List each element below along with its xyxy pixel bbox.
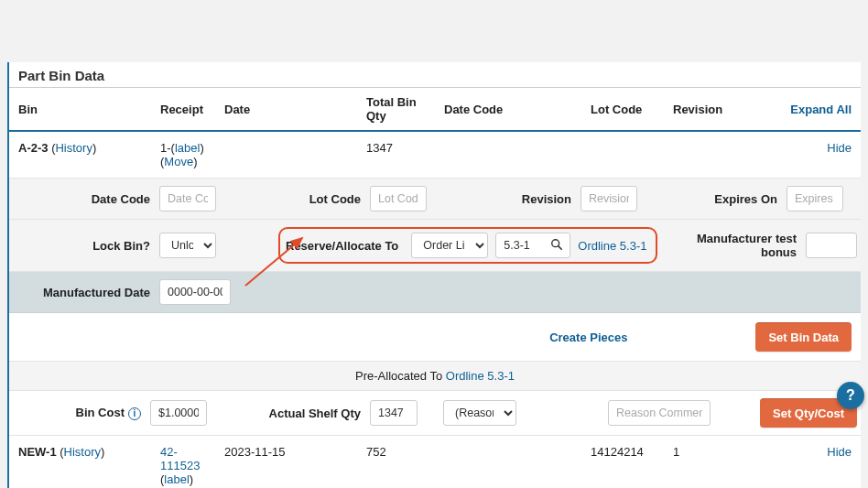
- qty-cell: 752: [357, 436, 435, 489]
- revision-input[interactable]: [580, 186, 637, 211]
- receipt-prefix: 1-: [160, 141, 171, 155]
- table-row: A-2-3 (History) 1-(label) (Move) 1347 Hi…: [9, 131, 861, 179]
- create-pieces-link[interactable]: Create Pieces: [549, 331, 627, 344]
- date-cell: [215, 131, 357, 179]
- expires-input[interactable]: [787, 186, 843, 211]
- reserve-type-select[interactable]: Order Line: [411, 233, 488, 258]
- date-cell: 2023-11-15: [215, 436, 357, 489]
- receipt-label-link[interactable]: label: [164, 472, 189, 486]
- mfg-date-label: Manufactured Date: [13, 286, 159, 299]
- set-bin-data-button[interactable]: Set Bin Data: [755, 322, 852, 352]
- lot-code-input[interactable]: [370, 186, 427, 211]
- revision-cell: [664, 131, 774, 179]
- table-header-row: Bin Receipt Date Total Bin Qty Date Code…: [9, 88, 861, 132]
- preallocated-row: Pre-Allocated To Ordline 5.3-1: [9, 362, 861, 391]
- actual-shelf-qty-label: Actual Shelf Qty: [233, 407, 370, 420]
- history-link[interactable]: History: [55, 141, 92, 155]
- qty-cell: 1347: [357, 131, 435, 179]
- lot-code-label: Lot Code: [233, 192, 370, 206]
- date-code-input[interactable]: [159, 186, 216, 211]
- lock-bin-label: Lock Bin?: [13, 239, 159, 253]
- col-lot-code: Lot Code: [581, 88, 664, 132]
- revision-cell: 1: [664, 436, 774, 489]
- panel-title: Part Bin Data: [9, 62, 861, 87]
- revision-label: Revision: [443, 192, 580, 206]
- lotcode-cell: 14124214: [581, 436, 664, 489]
- history-link[interactable]: History: [64, 445, 101, 459]
- datecode-cell: [435, 131, 581, 179]
- col-date-code: Date Code: [435, 88, 581, 132]
- date-code-label: Date Code: [13, 192, 159, 206]
- detail-action-row: Create Pieces Set Bin Data: [9, 313, 861, 362]
- reason-code-select[interactable]: (Reason Code): [443, 400, 516, 426]
- mfg-test-bonus-label: Manufacturer test bonus: [657, 232, 806, 259]
- lotcode-cell: [581, 131, 664, 179]
- col-date: Date: [215, 88, 357, 132]
- info-icon[interactable]: i: [128, 407, 141, 420]
- col-total-qty: Total Bin Qty: [357, 88, 435, 132]
- help-button[interactable]: ?: [837, 382, 864, 409]
- detail-mfg-row: Manufactured Date: [9, 272, 861, 313]
- table-row: NEW-1 (History) 42-111523 (label) (Move)…: [9, 436, 861, 489]
- ordline-link[interactable]: Ordline 5.3-1: [578, 239, 646, 253]
- reserve-allocate-label: Reserve/Allocate To: [286, 239, 404, 253]
- expires-label: Expires On: [654, 192, 787, 206]
- datecode-cell: [435, 436, 581, 489]
- bin-table: Bin Receipt Date Total Bin Qty Date Code…: [9, 87, 861, 488]
- hide-link[interactable]: Hide: [827, 445, 852, 459]
- prealloc-ordline-link[interactable]: Ordline 5.3-1: [446, 369, 515, 383]
- mfg-date-input[interactable]: [159, 279, 231, 305]
- col-revision: Revision: [664, 88, 774, 132]
- receipt-num-link[interactable]: 42-111523: [160, 445, 200, 472]
- actual-shelf-qty-input[interactable]: [370, 400, 418, 426]
- detail-codes-row: Date Code Lot Code Revision Expires On: [9, 179, 861, 220]
- bin-name: A-2-3: [18, 141, 49, 155]
- svg-line-1: [559, 246, 561, 249]
- expand-all-link[interactable]: Expand All: [790, 103, 852, 116]
- col-receipt: Receipt: [151, 88, 215, 132]
- lock-bin-select[interactable]: Unlocked: [159, 233, 216, 258]
- mfg-test-bonus-input[interactable]: [806, 233, 857, 258]
- receipt-label-link[interactable]: label: [175, 141, 200, 155]
- col-bin: Bin: [9, 88, 151, 132]
- prealloc-text: Pre-Allocated To: [355, 369, 446, 383]
- move-link[interactable]: Move: [164, 155, 193, 168]
- bin-cost-input[interactable]: [150, 400, 207, 426]
- bin-name: NEW-1: [18, 445, 57, 459]
- detail-cost-row: Bin Costi Actual Shelf Qty (Reason Code): [9, 391, 861, 436]
- bin-cost-label: Bin Costi: [13, 406, 150, 420]
- hide-link[interactable]: Hide: [827, 141, 852, 155]
- reason-comments-input[interactable]: [608, 400, 711, 426]
- col-expand: Expand All: [774, 88, 861, 132]
- reserve-allocate-highlight: Reserve/Allocate To Order Line: [278, 227, 657, 264]
- search-icon[interactable]: [550, 238, 565, 253]
- detail-lock-row: Lock Bin? Unlocked Reserve/Allocate To: [9, 220, 861, 272]
